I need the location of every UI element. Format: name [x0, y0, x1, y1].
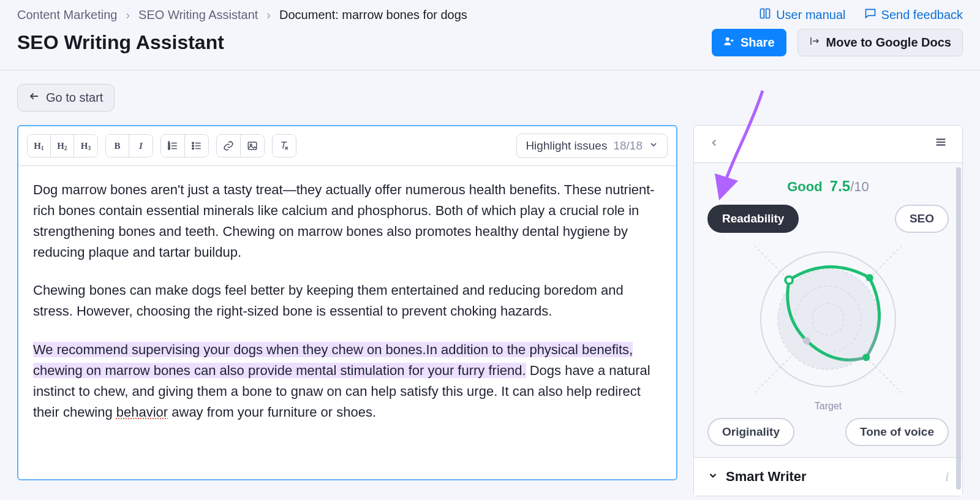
svg-point-0 [726, 37, 729, 41]
highlight-issues-dropdown[interactable]: Highlight issues 18/18 [516, 134, 668, 158]
editor-content[interactable]: Dog marrow bones aren't just a tasty tre… [18, 166, 676, 453]
chip-originality[interactable]: Originality [707, 418, 794, 446]
paragraph[interactable]: Chewing bones can make dogs feel better … [33, 280, 662, 322]
chevron-right-icon: › [126, 8, 130, 22]
svg-point-15 [785, 276, 793, 284]
svg-text:3: 3 [168, 146, 170, 150]
panel-menu-button[interactable] [929, 133, 952, 155]
overall-score: Good 7.5/10 [707, 178, 949, 195]
unordered-list-button[interactable] [185, 135, 208, 157]
bold-button[interactable]: B [106, 135, 129, 157]
spellcheck-word[interactable]: behavior [116, 404, 168, 420]
paragraph[interactable]: Dog marrow bones aren't just a tasty tre… [33, 180, 662, 263]
image-button[interactable] [241, 135, 264, 157]
breadcrumb-root[interactable]: Content Marketing [17, 8, 117, 22]
scrollbar[interactable] [956, 167, 961, 490]
smart-writer-section[interactable]: Smart Writer i [694, 457, 962, 496]
hamburger-icon [934, 137, 948, 152]
clear-formatting-button[interactable] [273, 135, 296, 157]
image-icon [247, 140, 258, 151]
paragraph[interactable]: We recommend supervising your dogs when … [33, 339, 662, 423]
send-feedback-link[interactable]: Send feedback [864, 7, 963, 23]
chip-seo[interactable]: SEO [895, 205, 949, 233]
panel-back-button[interactable] [704, 134, 725, 154]
breadcrumb: Content Marketing › SEO Writing Assistan… [17, 8, 467, 22]
radar-target-label: Target [707, 401, 949, 412]
svg-point-17 [862, 354, 870, 361]
ordered-list-icon: 123 [167, 140, 178, 151]
svg-rect-7 [248, 142, 257, 150]
unordered-list-icon [191, 140, 202, 151]
chevron-down-icon [707, 470, 718, 483]
info-icon[interactable]: i [945, 470, 949, 484]
editor-panel: H1 H2 H3 B I 123 [17, 125, 677, 480]
heading2-button[interactable]: H2 [51, 135, 74, 157]
svg-point-18 [803, 337, 810, 344]
breadcrumb-tool[interactable]: SEO Writing Assistant [138, 8, 258, 22]
heading3-button[interactable]: H3 [74, 135, 97, 157]
svg-point-4 [192, 142, 194, 143]
person-plus-icon [723, 36, 734, 50]
link-icon [223, 140, 234, 151]
page-title: SEO Writing Assistant [17, 31, 224, 54]
link-button[interactable] [217, 135, 241, 157]
editor-toolbar: H1 H2 H3 B I 123 [18, 126, 676, 166]
svg-point-16 [866, 274, 873, 281]
go-to-start-button[interactable]: Go to start [17, 84, 115, 112]
breadcrumb-current: Document: marrow bones for dogs [279, 8, 467, 22]
heading1-button[interactable]: H1 [28, 135, 51, 157]
user-manual-link[interactable]: User manual [759, 7, 845, 23]
svg-point-6 [192, 148, 194, 149]
share-button[interactable]: Share [712, 29, 786, 56]
clear-format-icon [279, 140, 290, 151]
export-icon [809, 36, 820, 50]
arrow-left-icon [29, 91, 40, 105]
chip-tone-of-voice[interactable]: Tone of voice [845, 418, 949, 446]
radar-chart [707, 237, 949, 402]
chevron-right-icon: › [266, 8, 271, 22]
chat-icon [864, 7, 876, 23]
move-to-google-docs-button[interactable]: Move to Google Docs [797, 29, 963, 56]
chevron-left-icon [709, 136, 720, 151]
chevron-down-icon [649, 139, 658, 153]
italic-button[interactable]: I [129, 135, 153, 157]
chip-readability[interactable]: Readability [707, 205, 799, 233]
svg-point-5 [192, 145, 194, 146]
book-icon [759, 7, 771, 23]
ordered-list-button[interactable]: 123 [161, 135, 185, 157]
analysis-panel: Good 7.5/10 Readability SEO [693, 125, 963, 496]
